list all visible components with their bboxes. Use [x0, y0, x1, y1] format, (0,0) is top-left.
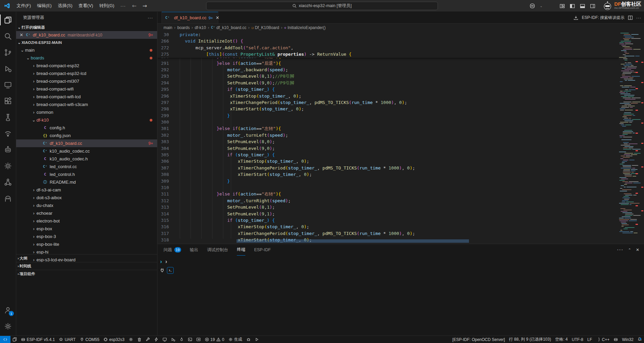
toggle-sidebar-icon[interactable]	[567, 3, 577, 9]
menu-overflow[interactable]: ···	[117, 3, 129, 8]
explorer-more-actions[interactable]: ···	[148, 15, 153, 20]
minimap[interactable]	[619, 31, 641, 244]
command-center-search[interactable]: xiaozhi-esp32-main [管理员]	[206, 2, 438, 10]
tree-item-bread-compact-wifi-lcd[interactable]: ›bread-compact-wifi-lcd	[16, 93, 157, 101]
tree-item-led_control.h[interactable]: Cled_control.h	[16, 170, 157, 178]
activity-robot-assistant[interactable]	[0, 141, 16, 158]
tree-item-electron-bot[interactable]: ›electron-bot	[16, 217, 157, 225]
activity-explorer[interactable]	[0, 12, 16, 28]
tree-item-led_control.cc[interactable]: C⁺led_control.cc	[16, 163, 157, 170]
status-openocd-server[interactable]: [ESP-IDF: OpenOCD Server]	[450, 336, 507, 343]
sidebar-section-时间线[interactable]: ›时间线	[16, 262, 157, 270]
breadcrumb-Df_K10Board[interactable]: ❏Df_K10Board	[251, 25, 279, 30]
status-com-port[interactable]: COM55	[78, 336, 101, 343]
tree-item-df-s3-ai-cam[interactable]: ›df-s3-ai-cam	[16, 186, 157, 194]
tree-item-bread-compact-wifi[interactable]: ›bread-compact-wifi	[16, 85, 157, 93]
tree-item-main[interactable]: ⌄main	[16, 46, 157, 54]
panel-tab-ESP-IDF[interactable]: ESP-IDF	[254, 244, 271, 256]
panel-maximize-icon[interactable]: ⌃	[628, 248, 631, 252]
customize-layout-icon[interactable]	[557, 3, 567, 9]
status-idf-terminal[interactable]	[186, 336, 194, 343]
status-build[interactable]: 生成	[226, 336, 244, 343]
tree-item-boards[interactable]: ⌄boards	[16, 54, 157, 62]
status-cursor-position[interactable]: 行 88, 列 9 (已选择103)	[507, 336, 553, 343]
activity-search[interactable]	[0, 28, 16, 44]
activity-esp-idf-tools[interactable]	[0, 158, 16, 174]
status-monitor[interactable]	[160, 336, 169, 343]
activity-account[interactable]: 1	[0, 302, 16, 318]
panel-tab-终端[interactable]: 终端	[237, 244, 245, 256]
tree-item-echoear[interactable]: ›echoear	[16, 209, 157, 217]
menu-e[interactable]: 编辑(E)	[34, 3, 55, 8]
status-full-clean[interactable]	[135, 336, 144, 343]
tree-item-du-chatx[interactable]: ›du-chatx	[16, 202, 157, 209]
tree-item-k10_audio_codec.h[interactable]: Ck10_audio_codec.h	[16, 155, 157, 163]
split-editor-icon[interactable]	[628, 15, 633, 20]
status-debug-status[interactable]	[244, 336, 253, 343]
code-editor[interactable]: 30 private:266 void InitializeIot() {272…	[157, 31, 619, 244]
toggle-panel-icon[interactable]	[577, 3, 588, 9]
activity-espressif[interactable]	[0, 125, 16, 141]
activity-test-flask[interactable]	[0, 109, 16, 125]
tree-item-df-k10[interactable]: ⌄df-k10	[16, 116, 157, 124]
status-flash-method[interactable]	[177, 336, 186, 343]
breadcrumb-InitializeIoExpander[interactable]: ◇InitializeIoExpander()	[284, 25, 326, 30]
status-idf-settings[interactable]	[127, 336, 135, 343]
status-build-flash-monitor[interactable]	[194, 336, 203, 343]
activity-remote-explorer[interactable]	[0, 77, 16, 93]
tree-item-esp-box[interactable]: ›esp-box	[16, 225, 157, 233]
tree-item-df_k10_board.cc[interactable]: C⁺df_k10_board.cc9+	[16, 139, 157, 147]
status-flash[interactable]	[152, 336, 160, 343]
status-eol[interactable]: LF	[585, 336, 594, 343]
status-indentation[interactable]: 空格: 4	[553, 336, 570, 343]
status-idf-icon[interactable]	[612, 336, 620, 343]
nav-forward[interactable]: →	[140, 3, 150, 9]
chevron-down-icon[interactable]: ⌄	[538, 4, 545, 8]
toggle-secondary-sidebar-icon[interactable]	[588, 3, 598, 9]
breadcrumb-boards[interactable]: boards	[177, 25, 190, 30]
close-tab-icon[interactable]: ✕	[216, 15, 219, 20]
sidebar-section-项目组件[interactable]: ›项目组件	[16, 270, 157, 278]
breadcrumb-main[interactable]: main	[164, 25, 172, 30]
panel-tab-输出[interactable]: 输出	[190, 244, 198, 256]
menu-s[interactable]: 选择(S)	[55, 3, 75, 8]
download-hint-icon[interactable]	[573, 15, 578, 20]
status-notifications[interactable]	[636, 336, 644, 343]
panel-tab-问题[interactable]: 问题19	[164, 244, 181, 256]
sidebar-section-大纲[interactable]: ›大纲	[16, 254, 157, 262]
activity-organization[interactable]	[0, 174, 16, 190]
status-debug[interactable]	[169, 336, 177, 343]
status-language-mode[interactable]: C++	[594, 336, 612, 343]
tree-item-bread-compact-ml307[interactable]: ›bread-compact-ml307	[16, 77, 157, 85]
breadcrumb-df_k10_board.cc[interactable]: C⁺df_k10_board.cc	[211, 25, 247, 30]
breadcrumb-df-k10[interactable]: df-k10	[195, 25, 206, 30]
editor-more-actions[interactable]: ···	[636, 16, 641, 20]
tree-item-bread-compact-esp32[interactable]: ›bread-compact-esp32	[16, 62, 157, 70]
status-menuconfig[interactable]	[144, 336, 152, 343]
tree-item-config.h[interactable]: Cconfig.h	[16, 124, 157, 132]
tree-item-esp-box-lite[interactable]: ›esp-box-lite	[16, 240, 157, 248]
tree-item-esp-box-3[interactable]: ›esp-box-3	[16, 233, 157, 240]
serial-plug-icon[interactable]	[159, 268, 165, 273]
open-editor-item[interactable]: ✕ C⁺ df_k10_board.cc main\boards\df-k10 …	[16, 31, 157, 39]
menu-v[interactable]: 查看(V)	[75, 3, 96, 8]
profile-icon[interactable]	[527, 3, 538, 9]
status-platform[interactable]: Win32	[620, 336, 636, 343]
status-new-window[interactable]	[10, 336, 19, 343]
tree-item-README.md[interactable]: ⓘREADME.md	[16, 178, 157, 186]
activity-run-debug[interactable]	[0, 60, 16, 77]
panel-more-actions[interactable]: ···	[617, 247, 623, 253]
status-encoding[interactable]: UTF-8	[570, 336, 585, 343]
tree-item-k10_audio_codec.cc[interactable]: C⁺k10_audio_codec.cc	[16, 147, 157, 155]
open-editors-section[interactable]: ⌄ 打开的编辑器	[16, 24, 157, 31]
tree-item-common[interactable]: ›common	[16, 108, 157, 116]
menu-g[interactable]: 转到(G)	[96, 3, 118, 8]
tree-item-config.json[interactable]: {}config.json	[16, 132, 157, 139]
status-esp-idf-version[interactable]: ESP-IDF v5.4.1	[19, 336, 57, 343]
esp-idf-hint-button[interactable]: ESP-IDF: 搜索错误提示	[582, 15, 624, 21]
close-icon[interactable]: ✕	[20, 32, 23, 37]
status-problems[interactable]: 190	[203, 336, 226, 343]
status-device-target[interactable]: esp32s3	[101, 336, 126, 343]
project-root-section[interactable]: ⌄ XIAOZHI-ESP32-MAIN	[16, 39, 157, 46]
status-run[interactable]	[253, 336, 261, 343]
